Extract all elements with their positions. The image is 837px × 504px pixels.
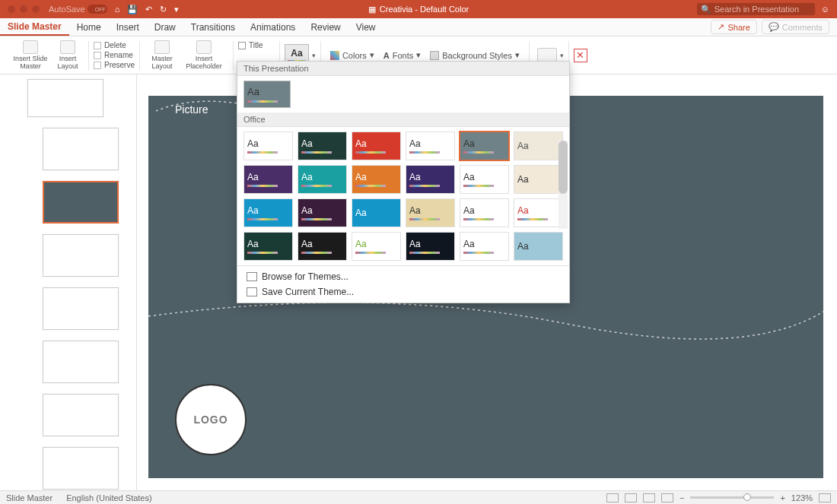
save-theme-button[interactable]: Save Current Theme... xyxy=(237,284,569,300)
themes-section-header: Office xyxy=(237,113,569,127)
tab-transitions[interactable]: Transitions xyxy=(183,18,243,36)
zoom-level[interactable]: 123% xyxy=(791,493,813,502)
theme-swatch[interactable]: Aa xyxy=(298,232,347,261)
qat-more-icon[interactable]: ▾ xyxy=(174,5,179,14)
slide-thumbnails-panel[interactable] xyxy=(0,74,137,490)
status-view[interactable]: Slide Master xyxy=(6,493,53,502)
chevron-down-icon: ▾ xyxy=(515,50,520,60)
slideshow-view-button[interactable] xyxy=(661,493,673,502)
background-styles-dropdown[interactable]: Background Styles▾ xyxy=(425,50,524,60)
account-icon[interactable]: ☺ xyxy=(821,5,829,14)
theme-swatch[interactable]: Aa xyxy=(243,132,293,160)
colors-dropdown[interactable]: Colors▾ xyxy=(326,50,379,60)
theme-swatch[interactable]: Aa xyxy=(352,198,401,227)
tab-insert[interactable]: Insert xyxy=(109,18,147,36)
logo-placeholder[interactable]: LOGO xyxy=(175,384,247,455)
theme-swatch[interactable]: Aa xyxy=(514,198,563,227)
share-button[interactable]: ↗Share xyxy=(711,20,756,34)
tab-review[interactable]: Review xyxy=(303,18,348,36)
theme-swatch[interactable]: Aa xyxy=(406,232,455,261)
theme-swatch[interactable]: Aa xyxy=(514,132,563,160)
layout-thumbnail[interactable] xyxy=(43,128,119,170)
tab-home[interactable]: Home xyxy=(69,18,109,36)
theme-swatch-current[interactable]: Aa xyxy=(243,81,291,108)
layout-thumbnail[interactable] xyxy=(43,394,119,436)
save-icon xyxy=(247,287,257,296)
theme-swatch[interactable]: Aa xyxy=(406,165,455,194)
window-controls[interactable] xyxy=(8,5,40,13)
theme-swatch[interactable]: Aa xyxy=(460,165,509,194)
theme-swatch[interactable]: Aa xyxy=(460,132,509,160)
status-bar: Slide Master English (United States) − +… xyxy=(0,490,837,504)
theme-swatch[interactable]: Aa xyxy=(298,132,347,160)
reading-view-button[interactable] xyxy=(643,493,655,502)
master-thumbnail[interactable] xyxy=(27,79,103,117)
layout-thumbnail-selected[interactable] xyxy=(43,181,119,223)
tab-slide-master[interactable]: Slide Master xyxy=(0,18,69,36)
close-master-button[interactable]: ✕ xyxy=(574,49,587,62)
theme-swatch[interactable]: Aa xyxy=(298,198,347,227)
comments-button[interactable]: 💬Comments xyxy=(762,20,829,34)
zoom-in-button[interactable]: + xyxy=(780,493,784,502)
redo-icon[interactable]: ↻ xyxy=(160,5,167,14)
layout-thumbnail[interactable] xyxy=(43,234,119,277)
theme-swatch[interactable]: Aa xyxy=(406,198,455,227)
zoom-out-button[interactable]: − xyxy=(679,493,684,502)
theme-swatch[interactable]: Aa xyxy=(352,132,401,160)
normal-view-button[interactable] xyxy=(606,493,619,502)
theme-swatch[interactable]: Aa xyxy=(243,232,293,261)
fit-to-window-button[interactable] xyxy=(819,493,831,502)
layout-thumbnail[interactable] xyxy=(43,287,119,330)
undo-icon[interactable]: ↶ xyxy=(145,5,152,14)
delete-button[interactable]: Delete xyxy=(94,41,135,50)
theme-swatch[interactable]: Aa xyxy=(514,232,563,261)
insert-layout-button[interactable]: Insert Layout xyxy=(52,40,84,71)
browse-themes-button[interactable]: Browse for Themes... xyxy=(237,269,569,284)
theme-swatch[interactable]: Aa xyxy=(406,132,455,160)
title-checkbox[interactable]: Title xyxy=(238,41,275,50)
home-icon[interactable]: ⌂ xyxy=(115,5,120,14)
status-language[interactable]: English (United States) xyxy=(66,493,152,502)
search-placeholder: Search in Presentation xyxy=(714,5,799,14)
search-input[interactable]: 🔍 Search in Presentation xyxy=(697,3,815,15)
themes-gallery-popup: This Presentation Aa Office AaAaAaAaAaAa… xyxy=(237,61,570,303)
picture-placeholder-label[interactable]: Picture xyxy=(175,103,208,116)
title-bar: AutoSave OFF ⌂ 💾 ↶ ↻ ▾ ▦ Creativia - Def… xyxy=(0,0,837,18)
theme-swatch[interactable]: Aa xyxy=(352,165,401,194)
theme-swatch[interactable]: Aa xyxy=(243,198,293,227)
sorter-view-button[interactable] xyxy=(625,493,637,502)
autosave-label: AutoSave xyxy=(49,5,85,14)
tab-view[interactable]: View xyxy=(348,18,383,36)
master-layout-button[interactable]: Master Layout xyxy=(145,40,180,71)
theme-swatch[interactable]: Aa xyxy=(298,165,347,194)
folder-icon xyxy=(247,272,257,281)
chevron-down-icon: ▾ xyxy=(370,50,374,60)
themes-scrollbar[interactable] xyxy=(559,141,568,229)
insert-slide-master-button[interactable]: Insert Slide Master xyxy=(9,40,52,71)
zoom-slider[interactable] xyxy=(690,496,774,499)
save-icon[interactable]: 💾 xyxy=(127,5,138,14)
tab-animations[interactable]: Animations xyxy=(243,18,303,36)
theme-swatch[interactable]: Aa xyxy=(514,165,563,194)
chevron-down-icon: ▾ xyxy=(416,50,421,60)
layout-thumbnail[interactable] xyxy=(43,341,119,383)
layout-thumbnail[interactable] xyxy=(43,447,119,490)
comment-icon: 💬 xyxy=(769,22,779,32)
themes-section-header: This Presentation xyxy=(237,62,569,76)
rename-button[interactable]: Rename xyxy=(94,51,135,60)
preserve-button[interactable]: Preserve xyxy=(94,61,135,70)
fonts-dropdown[interactable]: AFonts▾ xyxy=(379,50,425,60)
search-icon: 🔍 xyxy=(701,5,711,14)
window-title: ▦ Creativia - Default Color xyxy=(368,5,469,14)
theme-swatch[interactable]: Aa xyxy=(352,232,401,261)
theme-swatch[interactable]: Aa xyxy=(243,165,293,194)
autosave-toggle[interactable]: AutoSave OFF xyxy=(49,5,107,14)
chevron-down-icon[interactable]: ▾ xyxy=(312,52,316,59)
chevron-down-icon[interactable]: ▾ xyxy=(560,52,564,59)
theme-swatch[interactable]: Aa xyxy=(460,232,509,261)
ribbon-tabs: Slide MasterHomeInsertDrawTransitionsAni… xyxy=(0,18,837,36)
insert-placeholder-button[interactable]: Insert Placeholder xyxy=(180,40,228,71)
theme-swatch[interactable]: Aa xyxy=(460,198,509,227)
tab-draw[interactable]: Draw xyxy=(147,18,183,36)
doc-title-text: Creativia - Default Color xyxy=(380,5,469,14)
